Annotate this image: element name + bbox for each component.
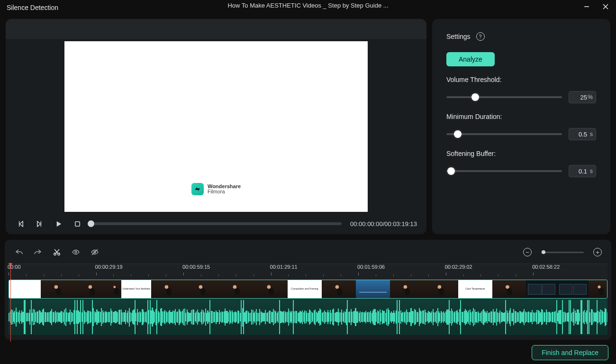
analyze-button[interactable]: Analyze: [446, 52, 495, 66]
ruler-label: 00:01:29:11: [270, 264, 298, 270]
clip-thumb[interactable]: [254, 280, 288, 298]
seek-knob[interactable]: [88, 220, 94, 227]
close-button[interactable]: [599, 1, 612, 12]
zoom-in-button[interactable]: +: [593, 248, 602, 256]
stop-button[interactable]: [72, 218, 82, 229]
clip-thumb[interactable]: [557, 280, 589, 298]
clip-thumb[interactable]: [526, 280, 557, 298]
zoom-out-button[interactable]: −: [523, 248, 532, 256]
brand-watermark: Wondershare Filmora: [191, 183, 241, 195]
clip-thumb[interactable]: Color Temperature: [458, 280, 492, 298]
timeline-toolbar: − +: [9, 244, 607, 261]
brand-line2: Filmora: [208, 189, 241, 194]
svg-rect-3: [75, 221, 79, 226]
next-frame-button[interactable]: [34, 218, 45, 229]
time-ruler[interactable]: 00:0000:00:29:1900:00:59:1500:01:29:1100…: [9, 264, 607, 280]
settings-panel: Settings ? Analyze Volume Threshold: 25%…: [432, 19, 610, 234]
volume-threshold-value[interactable]: 25%: [569, 91, 596, 103]
video-frame: Wondershare Filmora: [64, 41, 368, 212]
timecode: 00:00:00:00/00:03:19:13: [350, 220, 417, 228]
softening-buffer-value[interactable]: 0.1s: [569, 165, 596, 177]
clip-thumb[interactable]: Understand Your Aesthetic: [121, 280, 151, 298]
app-title: Silence Detection: [7, 4, 58, 11]
clip-thumb[interactable]: [356, 280, 390, 298]
close-icon: [602, 3, 609, 10]
prev-frame-button[interactable]: [15, 218, 26, 229]
volume-threshold-label: Volume Threshold:: [446, 76, 596, 83]
clip-thumb[interactable]: [9, 280, 41, 298]
finish-and-replace-button[interactable]: Finish and Replace: [532, 345, 608, 360]
eye-button[interactable]: [71, 247, 81, 257]
redo-button[interactable]: [33, 247, 43, 257]
clip-thumb[interactable]: [424, 280, 458, 298]
clip-thumb[interactable]: [390, 280, 424, 298]
softening-buffer-group: Softening Buffer: 0.1s: [446, 150, 596, 177]
transport-bar: 00:00:00:00/00:03:19:13: [6, 213, 426, 234]
preview-header: [6, 19, 426, 40]
clip-thumb[interactable]: [41, 280, 75, 298]
svg-point-6: [75, 251, 77, 253]
timeline-panel: − + 00:0000:00:29:1900:00:59:1500:01:29:…: [5, 240, 611, 340]
minimum-duration-slider[interactable]: [446, 133, 562, 135]
ruler-label: 00:00:29:19: [95, 264, 123, 270]
ruler-label: 00:01:59:06: [357, 264, 385, 270]
minimum-duration-label: Minimum Duration:: [446, 113, 596, 120]
clip-thumb[interactable]: [492, 280, 526, 298]
ruler-label: 00:00:59:15: [182, 264, 210, 270]
clip-thumb[interactable]: [185, 280, 219, 298]
window-controls: [580, 1, 612, 12]
clip-thumb[interactable]: [219, 280, 254, 298]
clip-thumb[interactable]: [75, 280, 109, 298]
softening-buffer-slider[interactable]: [446, 170, 562, 172]
preview-canvas: Wondershare Filmora: [6, 40, 426, 213]
clip-thumb[interactable]: [322, 280, 356, 298]
eye-off-button[interactable]: [90, 247, 100, 257]
brand-text: Wondershare Filmora: [208, 184, 241, 194]
minimize-icon: [583, 3, 590, 10]
cut-button[interactable]: [52, 247, 62, 257]
volume-threshold-group: Volume Threshold: 25%: [446, 76, 596, 103]
volume-threshold-slider[interactable]: [446, 96, 562, 98]
preview-panel: Wondershare Filmora 00:00:00:00/00:03: [6, 19, 426, 234]
audio-waveform[interactable]: [9, 299, 607, 335]
clip-thumb[interactable]: [589, 280, 607, 298]
minimize-button[interactable]: [580, 1, 593, 12]
clip-track[interactable]: Understand Your Aesthetic Composition an…: [9, 280, 607, 299]
softening-buffer-label: Softening Buffer:: [446, 150, 596, 157]
settings-heading: Settings: [446, 33, 471, 40]
clip-thumb[interactable]: [151, 280, 185, 298]
titlebar: Silence Detection How To Make AESTHETIC …: [0, 0, 616, 11]
ruler-label: 00:02:58:22: [532, 264, 560, 270]
help-icon[interactable]: ?: [476, 32, 485, 41]
ruler-label: 00:02:29:02: [445, 264, 472, 270]
minimum-duration-value[interactable]: 0.5s: [569, 128, 596, 140]
filmora-logo-icon: [191, 183, 204, 195]
minimum-duration-group: Minimum Duration: 0.5s: [446, 113, 596, 140]
clip-thumb[interactable]: Composition and Framing: [288, 280, 322, 298]
clip-thumb[interactable]: [109, 280, 122, 298]
undo-button[interactable]: [14, 247, 24, 257]
seek-bar[interactable]: [91, 222, 342, 225]
play-button[interactable]: [53, 218, 63, 229]
document-title: How To Make AESTHETIC Videos _ Step by S…: [227, 2, 388, 9]
zoom-slider[interactable]: [541, 252, 584, 253]
